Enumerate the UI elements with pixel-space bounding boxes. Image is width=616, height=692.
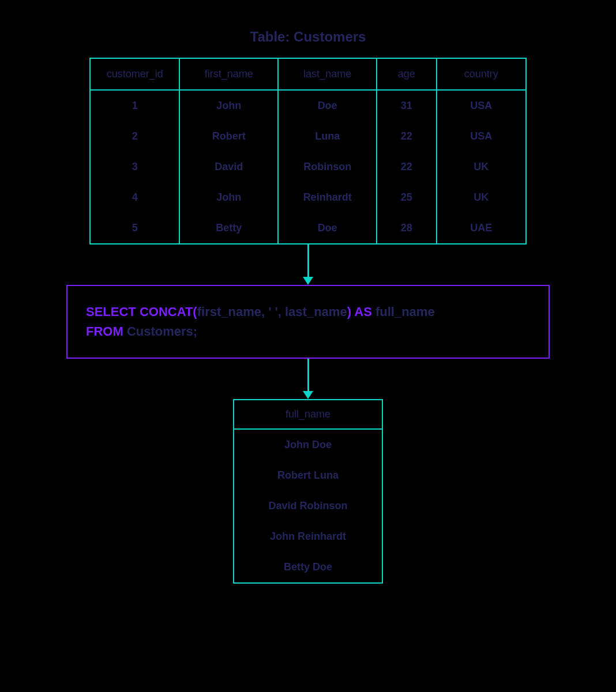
col-header-full-name: full_name	[234, 400, 382, 429]
cell-last-name: Reinhardt	[278, 182, 377, 213]
cell-customer-id: 4	[90, 182, 179, 213]
cell-country: UAE	[437, 213, 526, 244]
arrow-down-icon	[303, 245, 313, 285]
cell-age: 31	[377, 90, 437, 121]
cell-customer-id: 2	[90, 121, 179, 152]
cell-full-name: John Reinhardt	[234, 521, 382, 552]
arrow-down-icon	[303, 359, 313, 399]
table-row: 3 David Robinson 22 UK	[90, 152, 526, 182]
sql-keyword-close-as: ) AS	[347, 304, 372, 319]
cell-full-name: David Robinson	[234, 491, 382, 521]
cell-last-name: Luna	[278, 121, 377, 152]
cell-full-name: Robert Luna	[234, 460, 382, 491]
sql-keyword-select-concat: SELECT CONCAT(	[86, 304, 197, 319]
col-header-customer-id: customer_id	[90, 58, 179, 90]
table-row: John Doe	[234, 429, 382, 460]
table-header-row: customer_id first_name last_name age cou…	[90, 58, 526, 90]
sql-query-box: SELECT CONCAT(first_name, ' ', last_name…	[66, 285, 550, 359]
customers-table: customer_id first_name last_name age cou…	[89, 58, 527, 245]
col-header-last-name: last_name	[278, 58, 377, 90]
col-header-country: country	[437, 58, 526, 90]
table-row: John Reinhardt	[234, 521, 382, 552]
sql-from-table: Customers;	[123, 324, 197, 339]
table-row: Betty Doe	[234, 552, 382, 583]
cell-country: UK	[437, 182, 526, 213]
col-header-age: age	[377, 58, 437, 90]
table-row: 4 John Reinhardt 25 UK	[90, 182, 526, 213]
table-row: David Robinson	[234, 491, 382, 521]
cell-age: 22	[377, 152, 437, 182]
table-row: Robert Luna	[234, 460, 382, 491]
cell-customer-id: 3	[90, 152, 179, 182]
result-table: full_name John Doe Robert Luna David Rob…	[233, 399, 383, 584]
cell-last-name: Doe	[278, 90, 377, 121]
cell-first-name: David	[179, 152, 278, 182]
cell-age: 28	[377, 213, 437, 244]
cell-first-name: Robert	[179, 121, 278, 152]
cell-age: 25	[377, 182, 437, 213]
cell-last-name: Doe	[278, 213, 377, 244]
sql-alias: full_name	[372, 304, 435, 319]
table-row: 5 Betty Doe 28 UAE	[90, 213, 526, 244]
cell-country: USA	[437, 90, 526, 121]
table-title: Table: Customers	[250, 29, 366, 45]
cell-customer-id: 1	[90, 90, 179, 121]
table-row: 2 Robert Luna 22 USA	[90, 121, 526, 152]
cell-country: UK	[437, 152, 526, 182]
sql-keyword-from: FROM	[86, 324, 123, 339]
cell-first-name: Betty	[179, 213, 278, 244]
table-header-row: full_name	[234, 400, 382, 429]
col-header-first-name: first_name	[179, 58, 278, 90]
cell-full-name: Betty Doe	[234, 552, 382, 583]
cell-last-name: Robinson	[278, 152, 377, 182]
table-row: 1 John Doe 31 USA	[90, 90, 526, 121]
cell-customer-id: 5	[90, 213, 179, 244]
cell-first-name: John	[179, 90, 278, 121]
cell-country: USA	[437, 121, 526, 152]
sql-args: first_name, ' ', last_name	[197, 304, 347, 319]
cell-age: 22	[377, 121, 437, 152]
cell-full-name: John Doe	[234, 429, 382, 460]
cell-first-name: John	[179, 182, 278, 213]
